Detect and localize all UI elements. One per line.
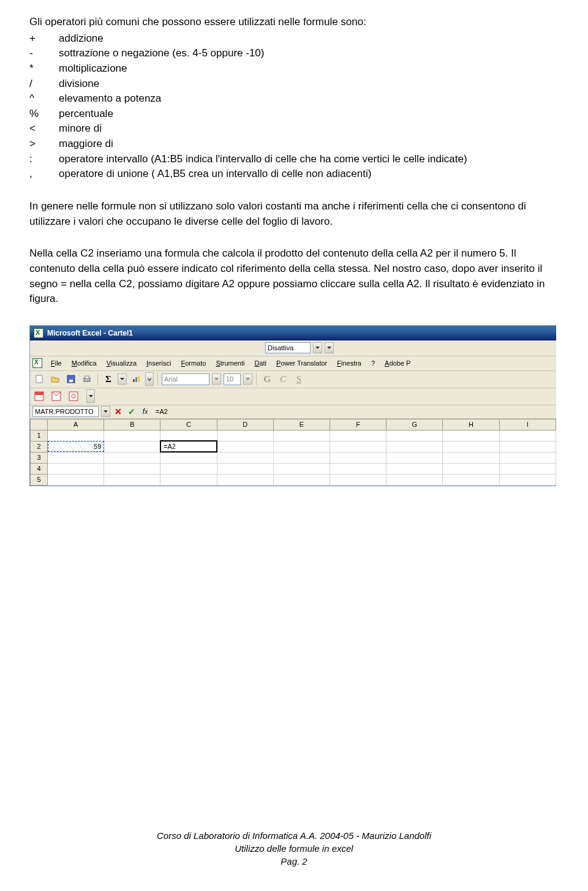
name-box[interactable]: MATR.PRODOTTO xyxy=(32,406,99,417)
column-header[interactable]: G xyxy=(386,419,443,430)
cell-B1[interactable] xyxy=(104,430,160,441)
cell-C2[interactable]: =A2 xyxy=(160,441,217,452)
spreadsheet-grid[interactable]: ABCDEFGHI 1259=A2345 xyxy=(30,419,556,486)
menu-item[interactable]: Modifica xyxy=(67,358,102,368)
cell-A2[interactable]: 59 xyxy=(48,441,104,452)
menu-item[interactable]: Formato xyxy=(176,358,211,368)
disattiva-extra[interactable] xyxy=(325,342,334,353)
cell-A4[interactable] xyxy=(48,463,104,474)
enter-formula-button[interactable]: ✓ xyxy=(126,406,137,417)
cell-H3[interactable] xyxy=(443,452,499,463)
sum-button[interactable]: Σ xyxy=(102,372,115,386)
chart-button[interactable] xyxy=(129,372,143,386)
cell-G2[interactable] xyxy=(386,441,443,452)
row-header[interactable]: 2 xyxy=(31,441,48,452)
pdf-mail-icon[interactable] xyxy=(50,389,63,403)
font-size-combo[interactable]: 10 xyxy=(224,374,241,385)
print-button[interactable] xyxy=(80,372,94,386)
menu-item[interactable]: Adobe P xyxy=(380,358,415,368)
cell-A1[interactable] xyxy=(48,430,104,441)
row-header[interactable]: 3 xyxy=(31,452,48,463)
menu-item[interactable]: Strumenti xyxy=(211,358,249,368)
font-name-combo[interactable]: Arial xyxy=(162,374,209,385)
menu-item[interactable]: Finestra xyxy=(332,358,366,368)
fx-button[interactable]: fx xyxy=(140,406,151,417)
cell-D1[interactable] xyxy=(217,430,273,441)
cell-G5[interactable] xyxy=(386,474,443,485)
pdf-toolbar-overflow[interactable] xyxy=(86,389,95,403)
open-button[interactable] xyxy=(48,372,62,386)
cell-F3[interactable] xyxy=(330,452,386,463)
row-header[interactable]: 5 xyxy=(31,474,48,485)
cell-G3[interactable] xyxy=(386,452,443,463)
disattiva-field[interactable]: Disattiva xyxy=(265,342,311,353)
cell-F5[interactable] xyxy=(330,474,386,485)
column-header[interactable]: H xyxy=(443,419,499,430)
cell-H1[interactable] xyxy=(443,430,499,441)
cell-B4[interactable] xyxy=(104,463,160,474)
pdf-icon[interactable] xyxy=(32,389,46,403)
row-header[interactable]: 4 xyxy=(31,463,48,474)
save-button[interactable] xyxy=(64,372,78,386)
cell-I3[interactable] xyxy=(499,452,556,463)
pdf-review-icon[interactable] xyxy=(67,389,80,403)
toolbar-overflow[interactable] xyxy=(145,372,154,386)
cell-I2[interactable] xyxy=(499,441,556,452)
menu-item[interactable]: Power Translator xyxy=(271,358,332,368)
cell-C4[interactable] xyxy=(160,463,217,474)
menu-item[interactable]: Dati xyxy=(249,358,271,368)
cell-D2[interactable] xyxy=(217,441,273,452)
cell-A5[interactable] xyxy=(48,474,104,485)
column-header[interactable]: E xyxy=(273,419,330,430)
font-name-dropdown[interactable] xyxy=(212,374,221,385)
menu-item[interactable]: ? xyxy=(366,358,380,368)
select-all-corner[interactable] xyxy=(31,419,48,430)
cell-A3[interactable] xyxy=(48,452,104,463)
column-header[interactable]: A xyxy=(48,419,104,430)
cell-C3[interactable] xyxy=(160,452,217,463)
cell-D4[interactable] xyxy=(217,463,273,474)
cell-G1[interactable] xyxy=(386,430,443,441)
column-header[interactable]: C xyxy=(160,419,217,430)
column-header[interactable]: I xyxy=(499,419,556,430)
column-header[interactable]: B xyxy=(104,419,160,430)
formula-input[interactable]: =A2 xyxy=(153,406,554,417)
workbook-icon[interactable] xyxy=(32,358,42,368)
cell-E5[interactable] xyxy=(273,474,330,485)
cell-G4[interactable] xyxy=(386,463,443,474)
cell-B3[interactable] xyxy=(104,452,160,463)
italic-button[interactable]: C xyxy=(276,372,290,386)
cell-H2[interactable] xyxy=(443,441,499,452)
menu-item[interactable]: Visualizza xyxy=(102,358,141,368)
cell-E2[interactable] xyxy=(273,441,330,452)
cell-E1[interactable] xyxy=(273,430,330,441)
bold-button[interactable]: G xyxy=(260,372,274,386)
cell-B5[interactable] xyxy=(104,474,160,485)
cell-F4[interactable] xyxy=(330,463,386,474)
cell-E3[interactable] xyxy=(273,452,330,463)
cell-I1[interactable] xyxy=(499,430,556,441)
cell-D5[interactable] xyxy=(217,474,273,485)
cell-F1[interactable] xyxy=(330,430,386,441)
cancel-formula-button[interactable]: ✕ xyxy=(113,406,124,417)
cell-D3[interactable] xyxy=(217,452,273,463)
sum-dropdown[interactable] xyxy=(118,374,127,385)
cell-H4[interactable] xyxy=(443,463,499,474)
cell-I4[interactable] xyxy=(499,463,556,474)
cell-H5[interactable] xyxy=(443,474,499,485)
disattiva-dropdown[interactable] xyxy=(313,342,322,353)
cell-I5[interactable] xyxy=(499,474,556,485)
column-header[interactable]: D xyxy=(217,419,273,430)
font-size-dropdown[interactable] xyxy=(243,374,252,385)
new-button[interactable] xyxy=(32,372,46,386)
menu-item[interactable]: Inserisci xyxy=(141,358,176,368)
cell-E4[interactable] xyxy=(273,463,330,474)
name-box-dropdown[interactable] xyxy=(101,406,110,417)
row-header[interactable]: 1 xyxy=(31,430,48,441)
cell-C5[interactable] xyxy=(160,474,217,485)
cell-C1[interactable] xyxy=(160,430,217,441)
underline-button[interactable]: S xyxy=(292,372,306,386)
column-header[interactable]: F xyxy=(330,419,386,430)
cell-F2[interactable] xyxy=(330,441,386,452)
cell-B2[interactable] xyxy=(104,441,160,452)
